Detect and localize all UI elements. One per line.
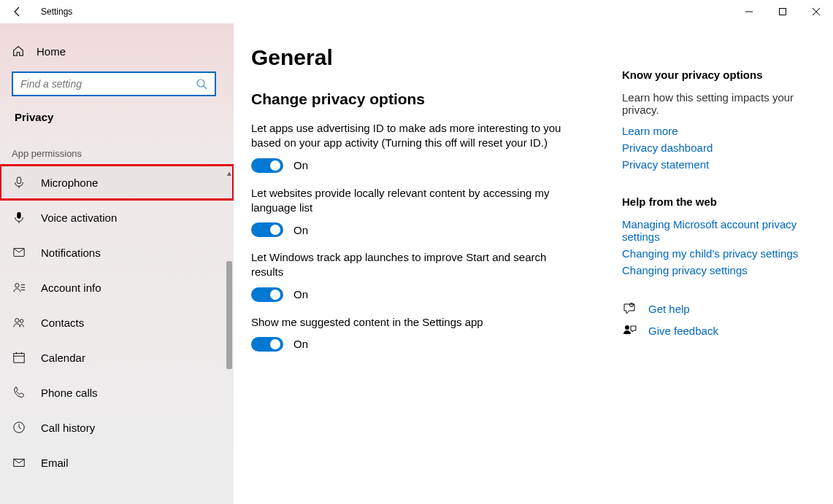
link-give-feedback[interactable]: Give feedback (648, 325, 718, 337)
sidebar-item-label: Email (41, 457, 69, 469)
sidebar-item-label: Contacts (41, 317, 84, 329)
scroll-thumb[interactable] (226, 261, 232, 369)
phone-icon (12, 385, 26, 400)
home-label: Home (37, 45, 66, 58)
link-learn-more[interactable]: Learn more (622, 125, 811, 137)
home-icon (12, 44, 25, 58)
close-button[interactable] (799, 0, 833, 23)
get-help-icon: ? (622, 301, 637, 316)
option-desc: Let websites provide locally relevant co… (251, 186, 572, 216)
titlebar: Settings (0, 0, 833, 23)
link-child-privacy[interactable]: Changing my child's privacy settings (622, 247, 811, 260)
toggle-language-list[interactable] (251, 222, 283, 237)
scroll-up-icon[interactable]: ▲ (226, 169, 233, 177)
sidebar-item-notifications[interactable]: Notifications (0, 235, 234, 270)
sidebar: Home Privacy App permissions Microphone (0, 23, 234, 504)
svg-rect-5 (17, 212, 20, 219)
calendar-icon (12, 350, 26, 365)
svg-rect-10 (14, 354, 24, 363)
link-managing-account[interactable]: Managing Microsoft account privacy setti… (622, 218, 811, 243)
sidebar-item-call-history[interactable]: Call history (0, 410, 234, 445)
sidebar-item-label: Notifications (41, 247, 101, 259)
right-pane: Know your privacy options Learn how this… (580, 38, 833, 504)
svg-point-2 (197, 80, 204, 87)
sidebar-item-label: Call history (41, 422, 95, 434)
search-icon (196, 78, 207, 90)
sidebar-item-label: Voice activation (41, 212, 117, 224)
option-desc: Show me suggested content in the Setting… (251, 315, 572, 330)
window-title: Settings (35, 7, 72, 17)
sidebar-item-label: Account info (41, 282, 101, 294)
sidebar-item-microphone[interactable]: Microphone (0, 165, 234, 200)
toggle-state: On (293, 338, 308, 350)
svg-line-3 (204, 86, 207, 89)
option-desc: Let apps use advertising ID to make ads … (251, 121, 572, 151)
svg-rect-4 (17, 177, 20, 184)
sidebar-scrollbar[interactable]: ▲ (226, 169, 232, 504)
toggle-app-launches[interactable] (251, 287, 283, 302)
svg-point-8 (15, 319, 19, 322)
toggle-state: On (293, 159, 308, 171)
option-desc: Let Windows track app launches to improv… (251, 250, 572, 280)
toggle-state: On (293, 288, 308, 301)
feedback-row[interactable]: Give feedback (622, 323, 811, 338)
sidebar-item-voice-activation[interactable]: Voice activation (0, 200, 234, 235)
link-privacy-dashboard[interactable]: Privacy dashboard (622, 141, 811, 154)
link-changing-privacy[interactable]: Changing privacy settings (622, 264, 811, 276)
search-field[interactable] (20, 78, 196, 90)
sidebar-item-contacts[interactable]: Contacts (0, 305, 234, 340)
content-pane: General Change privacy options Let apps … (251, 38, 580, 504)
sidebar-item-calendar[interactable]: Calendar (0, 340, 234, 375)
link-get-help[interactable]: Get help (648, 303, 690, 315)
help-title: Help from the web (622, 195, 811, 208)
sidebar-item-email[interactable]: Email (0, 445, 234, 480)
sidebar-item-label: Calendar (41, 352, 85, 364)
history-icon (12, 420, 26, 435)
svg-rect-1 (780, 9, 786, 15)
section-header: App permissions (0, 136, 234, 165)
page-title: General (251, 45, 580, 70)
contacts-icon (12, 315, 26, 330)
know-desc: Learn how this setting impacts your priv… (622, 91, 811, 116)
sidebar-item-account-info[interactable]: Account info (0, 270, 234, 305)
home-link[interactable]: Home (0, 36, 234, 66)
page-subtitle: Change privacy options (251, 90, 580, 108)
maximize-button[interactable] (766, 0, 799, 23)
search-input[interactable] (12, 71, 216, 96)
toggle-advertising-id[interactable] (251, 158, 283, 173)
sidebar-item-label: Microphone (41, 177, 98, 189)
account-icon (12, 280, 26, 295)
sidebar-item-label: Phone calls (41, 387, 98, 399)
microphone-icon (12, 175, 26, 190)
email-icon (12, 455, 26, 470)
get-help-row[interactable]: ? Get help (622, 301, 811, 316)
back-button[interactable] (0, 0, 35, 23)
toggle-state: On (293, 224, 308, 236)
minimize-button[interactable] (732, 0, 766, 23)
svg-point-9 (20, 319, 23, 323)
know-title: Know your privacy options (622, 69, 811, 81)
notifications-icon (12, 245, 26, 260)
category-label: Privacy (0, 106, 234, 136)
sidebar-item-phone-calls[interactable]: Phone calls (0, 375, 234, 410)
svg-point-23 (625, 325, 629, 330)
voice-icon (12, 210, 26, 225)
link-privacy-statement[interactable]: Privacy statement (622, 158, 811, 171)
svg-point-7 (15, 284, 19, 287)
feedback-icon (622, 323, 637, 338)
toggle-suggested-content[interactable] (251, 337, 283, 352)
